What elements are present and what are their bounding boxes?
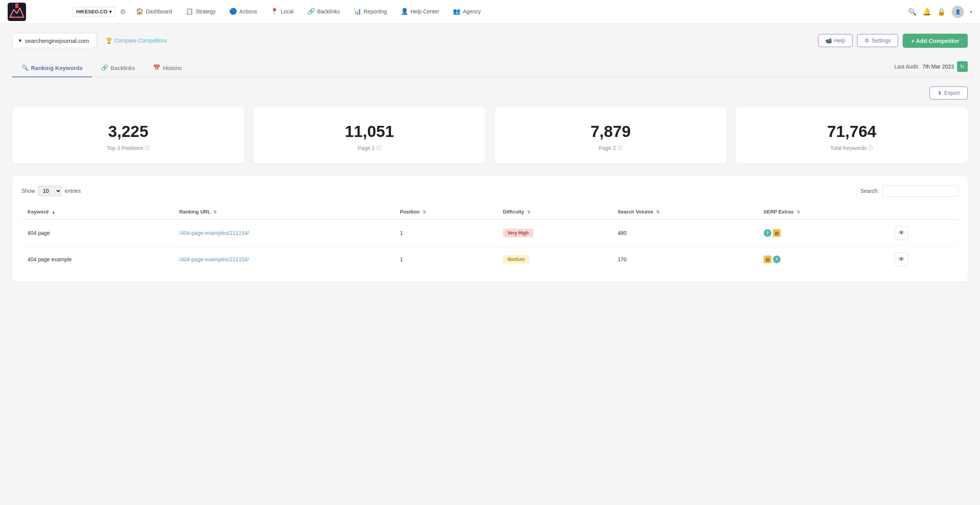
col-position[interactable]: Position ⇅ [394, 204, 497, 220]
search-icon[interactable]: 🔍 [908, 8, 916, 16]
show-select[interactable]: 10 25 50 100 [38, 186, 62, 196]
cell-search-volume: 170 [611, 246, 757, 273]
search-input[interactable] [882, 185, 959, 197]
view-button[interactable]: 👁 [895, 226, 908, 240]
stat-card-page1: 11,051 Page 1 ⓘ [253, 107, 485, 164]
logo-icon [8, 3, 26, 21]
nav-item-local[interactable]: 📍 Local [264, 0, 300, 24]
nav-item-reporting[interactable]: 📊 Reporting [347, 0, 394, 24]
actions-icon: 🔵 [229, 8, 237, 15]
tab-backlinks-icon: 🔗 [101, 64, 108, 71]
stat-number-total: 71,764 [745, 122, 959, 141]
nav-item-dashboard[interactable]: 🏠 Dashboard [129, 0, 179, 24]
help-video-icon: 📹 [825, 37, 832, 44]
compare-label: Compare Competitors [114, 37, 167, 44]
col-serp-extras[interactable]: SERP Extras ⇅ [758, 204, 889, 220]
site-selector-chevron: ▾ [109, 9, 112, 15]
nav-item-label: Reporting [364, 8, 387, 15]
col-difficulty-label: Difficulty [503, 209, 524, 215]
compare-icon: 🏆 [106, 37, 112, 44]
stat-number-page2: 7,879 [504, 122, 717, 141]
ranking-url-link[interactable]: /404-page-examples/211154/ [179, 256, 249, 262]
nav-item-agency[interactable]: 👥 Agency [446, 0, 488, 24]
tab-ranking-keywords[interactable]: 🔍 Ranking Keywords [12, 59, 92, 77]
col-keyword[interactable]: Keyword ▲ [21, 204, 173, 220]
export-label: Export [944, 90, 960, 96]
domain-label: searchenginejournal.com [25, 37, 89, 44]
add-competitor-label: + Add Competitor [911, 37, 959, 44]
nav-item-label: Dashboard [146, 8, 172, 15]
info-icon-top3[interactable]: ⓘ [145, 145, 150, 152]
stat-card-page2: 7,879 Page 2 ⓘ [495, 107, 727, 164]
table-head: Keyword ▲ Ranking URL ⇅ Position ⇅ Diffi… [21, 204, 959, 220]
tabs-right: Last Audit: 7th Mar 2023 ↻ [894, 61, 968, 75]
col-ranking-url[interactable]: Ranking URL ⇅ [173, 204, 394, 220]
settings-gear-icon: ⚙ [864, 37, 869, 44]
local-icon: 📍 [271, 8, 278, 15]
stat-number-page1: 11,051 [263, 122, 476, 141]
ranking-url-link[interactable]: /404-page-examples/211154/ [179, 230, 249, 236]
last-audit-date: 7th Mar 2023 [923, 64, 954, 70]
strategy-icon: 📋 [186, 8, 193, 15]
nav-item-label: Agency [463, 8, 481, 15]
cell-search-volume: 480 [611, 220, 757, 246]
settings-icon[interactable]: ⚙ [120, 8, 126, 16]
data-table: Keyword ▲ Ranking URL ⇅ Position ⇅ Diffi… [21, 204, 959, 272]
view-button[interactable]: 👁 [895, 252, 908, 266]
add-competitor-button[interactable]: + Add Competitor [903, 34, 968, 48]
stat-cards: 3,225 Top 3 Positions ⓘ 11,051 Page 1 ⓘ … [12, 107, 968, 164]
settings-button[interactable]: ⚙ Settings [857, 34, 898, 47]
cell-position: 1 [394, 246, 497, 273]
main-content: ▾ searchenginejournal.com 🏆 Compare Comp… [0, 24, 980, 291]
tab-historic[interactable]: 📅 Historic [144, 59, 191, 77]
export-bar: ⬇ Export [12, 86, 968, 99]
info-icon-page1[interactable]: ⓘ [376, 145, 381, 152]
domain-selector[interactable]: ▾ searchenginejournal.com [12, 33, 96, 48]
bell-icon[interactable]: 🔔 [923, 8, 931, 16]
tab-label: Backlinks [111, 65, 135, 71]
info-icon-page2[interactable]: ⓘ [617, 145, 622, 152]
top-bar: ▾ searchenginejournal.com 🏆 Compare Comp… [12, 33, 968, 48]
stat-label-top3: Top 3 Positions ⓘ [21, 145, 235, 152]
stat-label-page2: Page 2 ⓘ [504, 145, 717, 152]
site-selector[interactable]: HIKESEO.CO ▾ [73, 7, 115, 16]
cell-serp-extras: ▤ ? [758, 246, 889, 273]
compare-competitors-btn[interactable]: 🏆 Compare Competitors [106, 37, 167, 44]
nav-item-actions[interactable]: 🔵 Actions [222, 0, 264, 24]
table-section: Show 10 25 50 100 entries Search: Keywor… [12, 176, 968, 282]
top-bar-left: ▾ searchenginejournal.com 🏆 Compare Comp… [12, 33, 167, 48]
cell-keyword: 404 page [21, 220, 173, 246]
stat-number-top3: 3,225 [21, 122, 235, 141]
nav-item-strategy[interactable]: 📋 Strategy [179, 0, 222, 24]
sort-icon-diff: ⇅ [527, 210, 531, 215]
table-row: 404 page example /404-page-examples/2111… [21, 246, 959, 273]
show-label: Show [21, 188, 35, 194]
col-search-volume-label: Search Volume [617, 209, 653, 215]
export-button[interactable]: ⬇ Export [929, 86, 968, 99]
nav-item-label: Local [281, 8, 293, 15]
serp-icons: ▤ ? [764, 256, 882, 263]
tab-backlinks[interactable]: 🔗 Backlinks [92, 59, 144, 77]
difficulty-badge: Medium [503, 255, 529, 264]
tab-label: Historic [163, 65, 182, 71]
lock-icon[interactable]: 🔒 [937, 8, 946, 16]
stat-card-top3: 3,225 Top 3 Positions ⓘ [12, 107, 244, 164]
entries-label: entries [65, 188, 81, 194]
sort-icon-pos: ⇅ [423, 210, 426, 215]
sort-icon-serp: ⇅ [797, 210, 800, 215]
avatar[interactable]: 👤 [952, 6, 964, 18]
col-search-volume[interactable]: Search Volume ⇅ [611, 204, 757, 220]
export-download-icon: ⬇ [938, 90, 942, 96]
col-difficulty[interactable]: Difficulty ⇅ [497, 204, 612, 220]
search-label: Search: [861, 188, 879, 194]
nav-item-backlinks[interactable]: 🔗 Backlinks [301, 0, 347, 24]
tabs-left: 🔍 Ranking Keywords 🔗 Backlinks 📅 Histori… [12, 59, 191, 77]
avatar-chevron[interactable]: ▾ [970, 9, 972, 15]
nav-item-help-center[interactable]: 👤 Help Center [394, 0, 446, 24]
refresh-button[interactable]: ↻ [957, 61, 968, 72]
table-body: 404 page /404-page-examples/211154/ 1 Ve… [21, 220, 959, 272]
logo[interactable] [8, 3, 69, 21]
difficulty-badge: Very High [503, 229, 533, 237]
info-icon-total[interactable]: ⓘ [868, 145, 873, 152]
help-button[interactable]: 📹 Help [818, 34, 853, 47]
